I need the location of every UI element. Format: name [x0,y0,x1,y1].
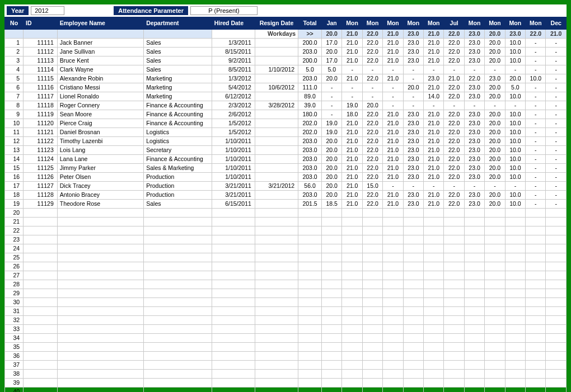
cell-empty[interactable] [24,361,58,370]
cell-empty[interactable] [505,334,525,343]
cell-month-11[interactable]: - [546,191,567,200]
cell-month-2[interactable]: 22.0 [362,164,382,173]
cell-dept[interactable]: Marketing [144,74,212,83]
cell-empty[interactable] [362,244,382,253]
cell-empty[interactable] [57,271,143,280]
cell-empty[interactable] [383,379,403,388]
cell-empty[interactable] [464,370,484,379]
cell-empty[interactable] [444,226,464,235]
table-row[interactable]: 111111Jack BannerSales1/3/2011200.017.02… [5,39,567,48]
cell-empty[interactable] [526,298,546,307]
cell-empty[interactable] [342,343,362,352]
cell-empty[interactable] [505,325,525,334]
cell-empty[interactable] [342,209,362,218]
cell-month-0[interactable]: 18.5 [322,200,342,209]
cell-empty[interactable] [424,388,444,393]
cell-empty[interactable] [24,343,58,352]
cell-empty[interactable] [444,235,464,244]
cell-month-9[interactable]: - [505,65,525,74]
cell-empty[interactable] [444,325,464,334]
cell-total[interactable]: 203.0 [298,155,322,164]
cell-month-11[interactable]: - [546,48,567,56]
cell-month-4[interactable]: 23.0 [403,200,423,209]
cell-name[interactable]: Daniel Brosnan [57,128,143,137]
col-header-month-11[interactable]: Dec [546,17,567,30]
cell-month-0[interactable]: 20.0 [322,137,342,146]
cell-empty[interactable] [485,343,505,352]
cell-empty[interactable] [298,253,322,262]
cell-empty[interactable] [403,262,423,271]
cell-id[interactable]: 11119 [24,110,58,119]
col-header-month-2[interactable]: Mon [362,17,382,30]
cell-empty[interactable] [546,334,567,343]
cell-month-5[interactable]: 21.0 [424,146,444,155]
cell-empty[interactable] [383,235,403,244]
cell-empty[interactable] [322,325,342,334]
cell-empty[interactable] [362,343,382,352]
table-row[interactable]: 411114Clark WayneSales8/5/20111/10/20125… [5,65,567,74]
cell-empty[interactable] [144,343,212,352]
cell-month-8[interactable]: 20.0 [485,164,505,173]
cell-empty[interactable] [403,226,423,235]
table-row-empty[interactable]: 40 [5,388,567,393]
cell-empty[interactable] [526,352,546,361]
cell-month-6[interactable]: 22.0 [444,56,464,65]
cell-empty[interactable] [546,352,567,361]
cell-resign[interactable]: 3/21/2012 [255,182,298,191]
cell-month-0[interactable]: 5.0 [322,65,342,74]
cell-empty[interactable] [424,271,444,280]
cell-month-5[interactable]: 21.0 [424,128,444,137]
cell-empty[interactable] [57,280,143,289]
cell-month-1[interactable]: 21.0 [342,56,362,65]
attendance-param-input[interactable]: P (Present) [190,6,258,15]
cell-empty[interactable] [144,244,212,253]
table-row[interactable]: 811118Roger ConneryFinance & Accounting2… [5,101,567,110]
cell-month-1[interactable]: 21.0 [342,137,362,146]
cell-empty[interactable] [57,352,143,361]
cell-empty[interactable] [342,253,362,262]
table-row-empty[interactable]: 39 [5,379,567,388]
cell-empty[interactable] [212,316,255,325]
table-row-empty[interactable]: 22 [5,226,567,235]
cell-empty[interactable] [322,370,342,379]
cell-month-5[interactable]: - [424,65,444,74]
cell-month-3[interactable]: 21.0 [383,74,403,83]
cell-month-7[interactable]: - [464,65,484,74]
cell-empty[interactable] [403,388,423,393]
cell-empty[interactable] [298,298,322,307]
cell-month-5[interactable]: - [424,182,444,191]
cell-no[interactable]: 1 [5,39,24,48]
cell-empty[interactable] [255,262,298,271]
cell-dept[interactable]: Sales [144,65,212,74]
cell-hired[interactable]: 1/5/2012 [212,119,255,128]
cell-empty[interactable] [255,244,298,253]
cell-total[interactable]: 5.0 [298,65,322,74]
cell-empty[interactable] [322,253,342,262]
cell-empty[interactable] [362,218,382,226]
cell-empty[interactable] [505,218,525,226]
cell-no[interactable]: 20 [5,209,24,218]
cell-month-10[interactable]: - [526,101,546,110]
cell-empty[interactable] [212,244,255,253]
cell-no[interactable]: 37 [5,361,24,370]
col-header-dept[interactable]: Department [144,17,212,30]
cell-name[interactable]: Peter Olsen [57,173,143,182]
cell-empty[interactable] [444,388,464,393]
cell-month-4[interactable]: 23.0 [403,39,423,48]
cell-empty[interactable] [342,298,362,307]
cell-empty[interactable] [424,253,444,262]
cell-month-7[interactable]: 23.0 [464,128,484,137]
cell-empty[interactable] [485,325,505,334]
cell-no[interactable]: 35 [5,343,24,352]
cell-empty[interactable] [403,271,423,280]
cell-month-3[interactable]: 21.0 [383,56,403,65]
cell-empty[interactable] [322,361,342,370]
cell-month-3[interactable]: 21.0 [383,173,403,182]
cell-empty[interactable] [383,209,403,218]
cell-empty[interactable] [212,209,255,218]
cell-empty[interactable] [298,244,322,253]
cell-id[interactable]: 11128 [24,191,58,200]
cell-month-11[interactable]: - [546,137,567,146]
cell-no[interactable]: 9 [5,110,24,119]
cell-empty[interactable] [144,209,212,218]
